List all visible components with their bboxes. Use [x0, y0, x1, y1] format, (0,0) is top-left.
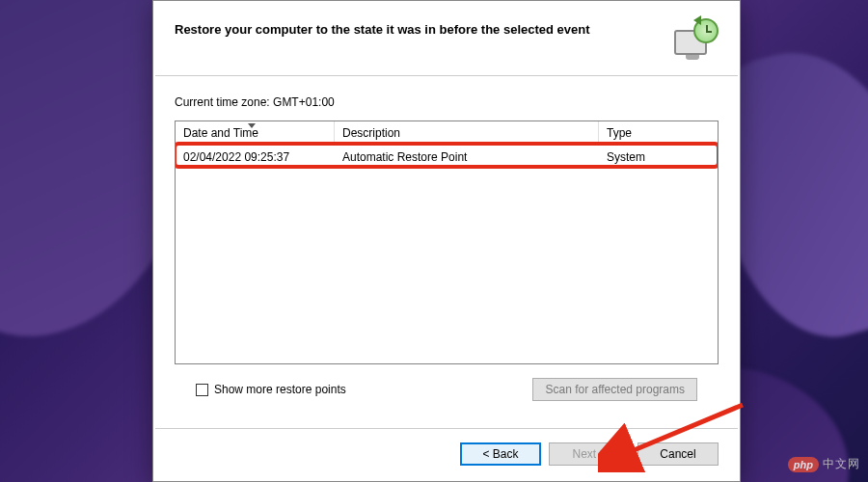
- system-restore-icon: [670, 18, 719, 62]
- table-body: 02/04/2022 09:25:37 Automatic Restore Po…: [176, 146, 718, 169]
- column-header-type[interactable]: Type: [599, 121, 718, 145]
- watermark: php 中文网: [788, 456, 860, 472]
- back-button[interactable]: < Back: [460, 442, 541, 466]
- restore-points-table: Date and Time Description Type 02/04/202…: [175, 120, 719, 364]
- table-row[interactable]: 02/04/2022 09:25:37 Automatic Restore Po…: [176, 146, 718, 169]
- cell-description: Automatic Restore Point: [335, 148, 599, 166]
- column-header-datetime-label: Date and Time: [183, 126, 258, 140]
- cancel-button[interactable]: Cancel: [637, 442, 719, 466]
- show-more-checkbox[interactable]: Show more restore points: [196, 383, 346, 396]
- dialog-body: Current time zone: GMT+01:00 Date and Ti…: [153, 76, 740, 428]
- dialog-title: Restore your computer to the state it wa…: [175, 18, 590, 37]
- column-header-datetime[interactable]: Date and Time: [176, 121, 335, 145]
- watermark-badge: php: [788, 457, 819, 472]
- cell-datetime: 02/04/2022 09:25:37: [176, 148, 335, 166]
- watermark-text: 中文网: [823, 456, 860, 472]
- sort-descending-icon: [248, 123, 256, 128]
- column-header-description[interactable]: Description: [335, 121, 599, 145]
- scan-affected-button[interactable]: Scan for affected programs: [532, 378, 697, 401]
- table-header-row: Date and Time Description Type: [176, 121, 718, 146]
- show-more-label: Show more restore points: [214, 383, 346, 396]
- checkbox-icon: [196, 384, 208, 396]
- next-button[interactable]: Next >: [549, 442, 630, 466]
- wizard-buttons: < Back Next > Cancel: [153, 429, 740, 481]
- cell-type: System: [599, 148, 718, 166]
- system-restore-dialog: Restore your computer to the state it wa…: [152, 0, 741, 482]
- footer-controls: Show more restore points Scan for affect…: [175, 364, 719, 418]
- dialog-header: Restore your computer to the state it wa…: [153, 1, 740, 75]
- timezone-label: Current time zone: GMT+01:00: [175, 95, 719, 109]
